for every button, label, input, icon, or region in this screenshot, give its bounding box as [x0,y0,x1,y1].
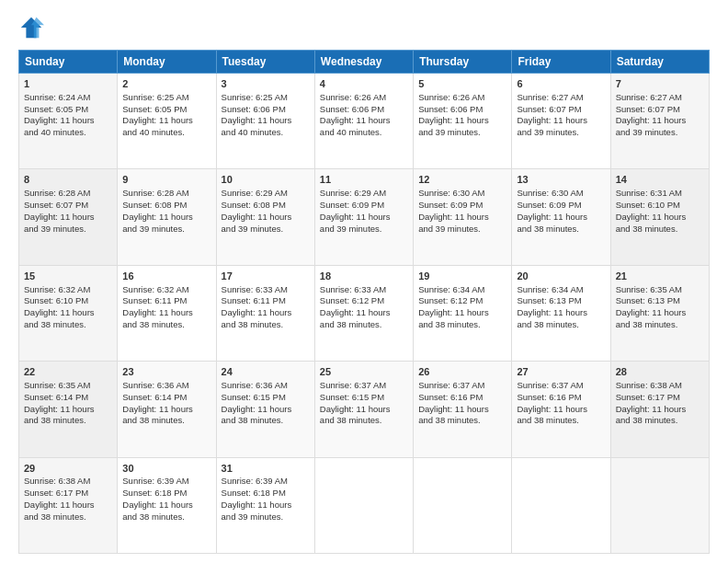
calendar-cell: 2Sunrise: 6:25 AMSunset: 6:05 PMDaylight… [118,74,216,169]
calendar-cell [610,457,709,553]
day-info-line: Sunset: 6:11 PM [122,295,210,307]
day-info-line: Daylight: 11 hours [24,212,112,224]
calendar-cell [512,457,610,553]
day-info-line: Sunrise: 6:29 AM [222,188,310,200]
day-info-line: Sunset: 6:15 PM [320,392,408,404]
day-info-line: Sunset: 6:17 PM [24,488,112,500]
day-info-line: Sunrise: 6:37 AM [320,380,408,392]
day-info-line: Sunset: 6:10 PM [616,200,704,212]
calendar-table: SundayMondayTuesdayWednesdayThursdayFrid… [18,50,710,554]
day-info-line: Daylight: 11 hours [517,115,605,127]
day-info-line: Daylight: 11 hours [616,212,704,224]
day-info-line: and 40 minutes. [122,127,210,139]
calendar-cell: 23Sunrise: 6:36 AMSunset: 6:14 PMDayligh… [118,362,216,457]
calendar-cell: 27Sunrise: 6:37 AMSunset: 6:16 PMDayligh… [512,362,610,457]
day-info-line: and 38 minutes. [517,319,605,331]
day-info-line: Sunrise: 6:34 AM [517,284,605,296]
calendar-header-saturday: Saturday [610,51,709,74]
day-info-line: Sunset: 6:14 PM [122,392,210,404]
day-info-line: Sunrise: 6:32 AM [24,284,112,296]
day-info-line: Daylight: 11 hours [222,307,310,319]
day-info-line: Sunrise: 6:27 AM [517,92,605,104]
day-number: 20 [517,270,605,283]
day-info-line: Daylight: 11 hours [24,404,112,416]
day-info-line: Daylight: 11 hours [418,307,506,319]
day-info-line: Sunrise: 6:34 AM [418,284,506,296]
day-info-line: and 40 minutes. [24,127,112,139]
day-info-line: Sunrise: 6:33 AM [222,284,310,296]
day-info-line: Sunset: 6:13 PM [517,295,605,307]
day-info-line: and 38 minutes. [517,224,605,236]
day-info-line: and 38 minutes. [320,415,408,427]
calendar-cell: 1Sunrise: 6:24 AMSunset: 6:05 PMDaylight… [19,74,118,169]
day-info-line: and 38 minutes. [122,319,210,331]
day-info-line: and 40 minutes. [222,127,310,139]
page: SundayMondayTuesdayWednesdayThursdayFrid… [0,0,728,563]
calendar-body: 1Sunrise: 6:24 AMSunset: 6:05 PMDaylight… [19,74,710,554]
day-info-line: Sunset: 6:07 PM [24,200,112,212]
day-info-line: Sunrise: 6:32 AM [122,284,210,296]
day-info-line: Daylight: 11 hours [418,404,506,416]
day-number: 31 [222,462,310,476]
day-info-line: and 39 minutes. [122,224,210,236]
day-info-line: Sunset: 6:16 PM [517,392,605,404]
day-info-line: and 39 minutes. [222,224,310,236]
calendar-cell: 31Sunrise: 6:39 AMSunset: 6:18 PMDayligh… [216,457,314,553]
day-info-line: Sunset: 6:18 PM [222,488,310,500]
calendar-cell: 15Sunrise: 6:32 AMSunset: 6:10 PMDayligh… [19,265,118,361]
day-number: 9 [122,173,210,187]
day-number: 24 [222,365,310,379]
calendar-week-row: 8Sunrise: 6:28 AMSunset: 6:07 PMDaylight… [19,169,710,265]
calendar-week-row: 29Sunrise: 6:38 AMSunset: 6:17 PMDayligh… [19,457,710,553]
day-number: 17 [222,270,310,283]
day-info-line: Sunrise: 6:37 AM [517,380,605,392]
day-info-line: Daylight: 11 hours [616,404,704,416]
day-info-line: Sunrise: 6:35 AM [24,380,112,392]
calendar-header-wednesday: Wednesday [314,51,413,74]
day-info-line: Sunset: 6:14 PM [24,392,112,404]
calendar-cell: 6Sunrise: 6:27 AMSunset: 6:07 PMDaylight… [512,74,610,169]
day-info-line: Sunset: 6:09 PM [418,200,506,212]
day-number: 21 [616,270,704,283]
calendar-cell: 25Sunrise: 6:37 AMSunset: 6:15 PMDayligh… [314,362,413,457]
day-info-line: and 39 minutes. [320,224,408,236]
day-info-line: and 38 minutes. [616,224,704,236]
calendar-cell: 20Sunrise: 6:34 AMSunset: 6:13 PMDayligh… [512,265,610,361]
day-info-line: Sunrise: 6:36 AM [222,380,310,392]
day-number: 15 [24,270,112,283]
day-info-line: Sunset: 6:11 PM [222,295,310,307]
day-info-line: Sunset: 6:09 PM [517,200,605,212]
day-info-line: Sunrise: 6:31 AM [616,188,704,200]
day-number: 28 [616,365,704,379]
day-info-line: Sunrise: 6:37 AM [418,380,506,392]
calendar-header-monday: Monday [118,51,216,74]
calendar-week-row: 1Sunrise: 6:24 AMSunset: 6:05 PMDaylight… [19,74,710,169]
day-info-line: and 40 minutes. [320,127,408,139]
calendar-cell: 26Sunrise: 6:37 AMSunset: 6:16 PMDayligh… [414,362,512,457]
day-number: 13 [517,173,605,187]
day-info-line: and 38 minutes. [418,415,506,427]
day-info-line: Daylight: 11 hours [517,307,605,319]
day-info-line: Daylight: 11 hours [222,115,310,127]
day-info-line: Sunset: 6:12 PM [320,295,408,307]
calendar-cell: 11Sunrise: 6:29 AMSunset: 6:09 PMDayligh… [314,169,413,265]
calendar-cell: 28Sunrise: 6:38 AMSunset: 6:17 PMDayligh… [610,362,709,457]
day-info-line: Sunset: 6:06 PM [222,104,310,116]
day-info-line: and 38 minutes. [616,319,704,331]
calendar-cell: 18Sunrise: 6:33 AMSunset: 6:12 PMDayligh… [314,265,413,361]
day-number: 5 [418,77,506,91]
day-info-line: and 38 minutes. [517,415,605,427]
day-info-line: and 39 minutes. [24,224,112,236]
day-info-line: Daylight: 11 hours [122,115,210,127]
day-info-line: and 39 minutes. [517,127,605,139]
day-number: 27 [517,365,605,379]
day-number: 22 [24,365,112,379]
calendar-cell: 29Sunrise: 6:38 AMSunset: 6:17 PMDayligh… [19,457,118,553]
calendar-cell: 14Sunrise: 6:31 AMSunset: 6:10 PMDayligh… [610,169,709,265]
calendar-cell: 5Sunrise: 6:26 AMSunset: 6:06 PMDaylight… [414,74,512,169]
day-number: 3 [222,77,310,91]
day-info-line: Sunset: 6:16 PM [418,392,506,404]
day-info-line: Sunrise: 6:24 AM [24,92,112,104]
calendar-cell: 7Sunrise: 6:27 AMSunset: 6:07 PMDaylight… [610,74,709,169]
day-info-line: Sunrise: 6:36 AM [122,380,210,392]
